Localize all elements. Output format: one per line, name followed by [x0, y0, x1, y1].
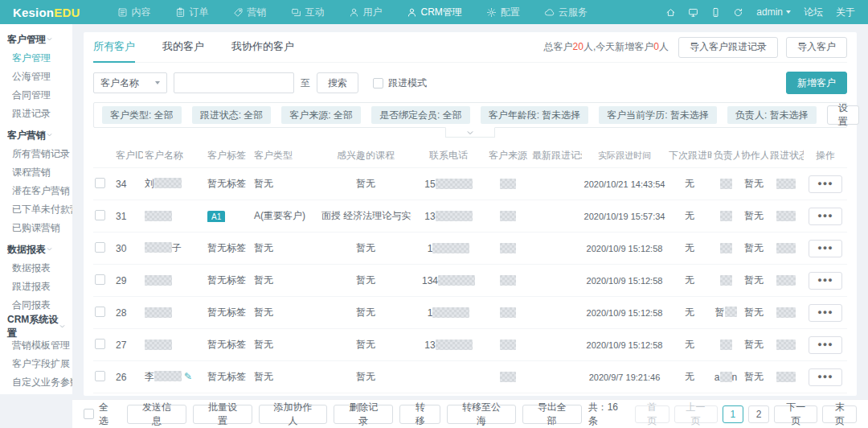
sidebar-item[interactable]: 客户管理 [0, 49, 72, 68]
select-all-checkbox[interactable]: 全选 [84, 401, 117, 428]
tab[interactable]: 我的客户 [162, 32, 204, 63]
import-follow-records-button[interactable]: 导入客户跟进记录 [678, 37, 778, 58]
bulk-action-button[interactable]: 发送信息 [127, 405, 186, 424]
sidebar-item[interactable]: 公海管理 [0, 68, 72, 86]
nav-item[interactable]: 用户 [349, 6, 383, 19]
pager-button[interactable]: 下一页 [774, 405, 817, 423]
add-customer-button[interactable]: 新增客户 [786, 72, 847, 94]
row-actions-button[interactable]: ●●● [809, 304, 842, 322]
row-checkbox[interactable] [95, 178, 105, 188]
bulk-action-button[interactable]: 添加协作人 [259, 405, 327, 424]
pager-button[interactable]: 首页 [635, 405, 669, 423]
mobile-icon[interactable] [710, 7, 721, 18]
sidebar-item[interactable]: 跟进报表 [0, 278, 72, 296]
to-label: 至 [301, 76, 310, 90]
collapse-filters-button[interactable] [445, 127, 495, 138]
bulk-action-button[interactable]: 批量设置 [193, 405, 252, 424]
sidebar-item[interactable]: 合同管理 [0, 86, 72, 105]
filter-chip[interactable]: 跟进状态: 全部 [192, 106, 272, 124]
cell-next-follow-time: 无 [667, 274, 712, 287]
bulk-action-button[interactable]: 转移 [399, 405, 440, 424]
cell-course: 暂无 [320, 370, 411, 384]
sidebar-item[interactable]: 合同报表 [0, 296, 72, 315]
bulk-action-button[interactable]: 删除记录 [334, 405, 393, 424]
filter-chip[interactable]: 客户类型: 全部 [102, 106, 182, 124]
table-body: 34刘暂无标签暂无暂无152020/10/21 14:43:54无暂无●●●31… [93, 168, 847, 393]
table-header-cell: 联系电话 [411, 149, 485, 163]
bulk-action-button[interactable]: 转移至公海 [447, 405, 515, 424]
pager-button[interactable]: 2 [748, 405, 769, 423]
nav-item[interactable]: 内容 [117, 6, 151, 19]
nav-item[interactable]: CRM管理 [407, 6, 462, 19]
bulk-action-button[interactable]: 导出全部 [522, 405, 582, 424]
sidebar-group-title[interactable]: 数据报表 [0, 240, 72, 259]
chevron-down-icon [46, 34, 53, 45]
row-actions-button[interactable]: ●●● [809, 175, 842, 193]
search-field-select[interactable]: 客户名称 [93, 72, 167, 93]
sidebar-item[interactable]: 潜在客户营销 [0, 182, 72, 200]
nav-item[interactable]: 云服务 [544, 6, 588, 19]
search-button[interactable]: 搜索 [317, 72, 358, 93]
cell-source [485, 179, 530, 190]
sidebar-group-title[interactable]: 客户营销 [0, 126, 72, 145]
row-checkbox[interactable] [95, 274, 105, 285]
refresh-icon[interactable] [733, 7, 743, 18]
table-row: 26李✎暂无标签暂无暂无2020/9/7 19:21:46无an暂无●●● [93, 361, 847, 393]
cell-source [485, 211, 530, 222]
row-checkbox[interactable] [95, 210, 105, 220]
admin-menu[interactable]: admin [756, 6, 791, 18]
tab[interactable]: 所有客户 [93, 32, 135, 63]
row-checkbox[interactable] [95, 371, 105, 381]
filter-chip[interactable]: 客户来源: 全部 [281, 106, 361, 124]
row-actions-button[interactable]: ●●● [809, 240, 842, 257]
pager-button[interactable]: 上一页 [674, 405, 718, 423]
cell-owner: an [712, 372, 739, 383]
nav-item[interactable]: 互动 [291, 6, 325, 19]
sidebar-item[interactable]: 跟进记录 [0, 105, 72, 123]
pager-button[interactable]: 末页 [822, 405, 857, 423]
nav-item[interactable]: 配置 [486, 6, 520, 19]
search-input[interactable] [174, 72, 294, 93]
home-icon[interactable] [665, 7, 676, 18]
row-checkbox[interactable] [95, 307, 105, 317]
app-logo[interactable]: KesionEDU [13, 6, 80, 19]
cell-customer-tag: 暂无标签 [206, 177, 252, 191]
sidebar-item[interactable]: 自定义标签 [0, 392, 72, 394]
filter-chip[interactable]: 是否绑定会员: 全部 [371, 106, 470, 124]
sidebar-item[interactable]: 自定义业务参数 [0, 373, 72, 392]
row-actions-button[interactable]: ●●● [809, 336, 842, 354]
pager-button[interactable]: 1 [723, 405, 743, 423]
redacted-blur [438, 275, 475, 286]
filter-chip[interactable]: 客户当前学历: 暂未选择 [599, 106, 717, 124]
filter-chip[interactable]: 负责人: 暂未选择 [727, 106, 817, 124]
redacted-blur [776, 275, 796, 286]
monitor-icon[interactable] [688, 7, 698, 18]
tab[interactable]: 我协作的客户 [231, 32, 294, 63]
row-actions-button[interactable]: ●●● [809, 368, 842, 386]
sidebar-group-title[interactable]: CRM系统设置 [0, 317, 72, 336]
sidebar-item[interactable]: 数据报表 [0, 259, 72, 278]
cell-collaborator: 暂无 [739, 177, 768, 191]
row-checkbox[interactable] [95, 339, 105, 349]
nav-item[interactable]: 营销 [233, 6, 267, 19]
sidebar-item[interactable]: 客户字段扩展 [0, 355, 72, 373]
sidebar-item[interactable]: 课程营销 [0, 163, 72, 182]
import-customers-button[interactable]: 导入客户 [786, 37, 847, 58]
sidebar-group-title[interactable]: 客户管理 [0, 30, 72, 49]
row-actions-button[interactable]: ●●● [809, 208, 842, 225]
about-link[interactable]: 关于 [836, 6, 855, 19]
sidebar-item[interactable]: 所有营销记录 [0, 145, 72, 163]
row-actions-button[interactable]: ●●● [809, 272, 842, 290]
redacted-blur [500, 307, 516, 318]
cell-customer-type: 暂无 [252, 274, 320, 287]
follow-mode-checkbox[interactable]: 跟进模式 [373, 76, 427, 90]
sidebar-item[interactable]: 已下单未付款营销 [0, 200, 72, 219]
filter-settings-button[interactable]: 设置 [827, 105, 859, 125]
filter-chip[interactable]: 客户年龄段: 暂未选择 [481, 106, 589, 124]
cell-collaborator: 暂无 [739, 370, 768, 384]
row-checkbox[interactable] [95, 242, 105, 253]
forum-link[interactable]: 论坛 [804, 6, 823, 19]
edit-icon[interactable]: ✎ [184, 371, 192, 382]
sidebar-item[interactable]: 已购课营销 [0, 219, 72, 237]
nav-item[interactable]: 订单 [175, 6, 209, 19]
